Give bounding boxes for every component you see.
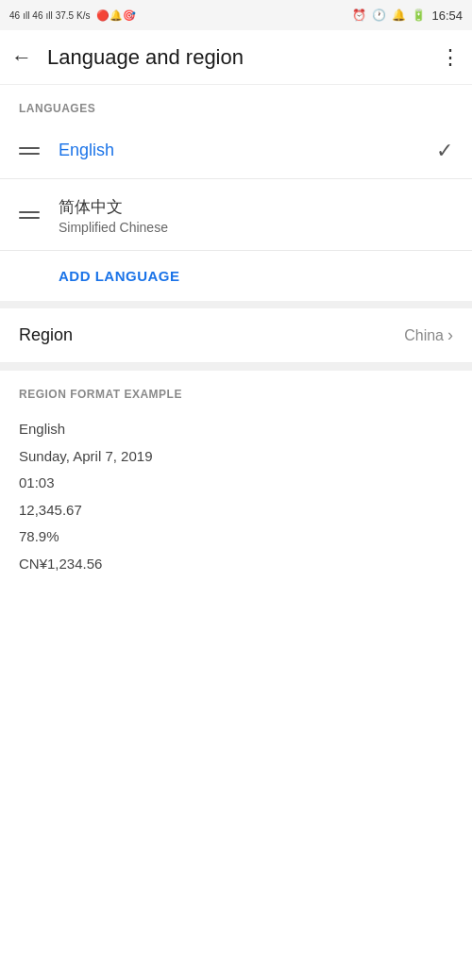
format-line-2: 01:03: [19, 470, 453, 497]
language-text-english: English: [59, 141, 436, 160]
more-options-button[interactable]: ⋮: [440, 47, 461, 68]
signal-icon-1: 46: [9, 10, 20, 21]
format-line-0: English: [19, 416, 453, 443]
drag-line-1: [19, 147, 40, 149]
clock-icon: 🕐: [372, 8, 386, 22]
region-label: Region: [19, 325, 404, 345]
selected-check-icon: ✓: [436, 139, 453, 163]
alarm-icon: ⏰: [352, 8, 366, 22]
languages-section: LANGUAGES English ✓ 简体中文 Simplified Chin…: [0, 85, 472, 301]
format-line-3: 12,345.67: [19, 497, 453, 524]
add-language-label: ADD LANGUAGE: [19, 268, 180, 284]
drag-line-3: [19, 211, 40, 213]
languages-section-label: LANGUAGES: [0, 85, 472, 123]
back-button[interactable]: ←: [11, 47, 32, 68]
battery-icon: 🔋: [412, 8, 426, 22]
section-divider-1: [0, 301, 472, 308]
format-line-1: Sunday, April 7, 2019: [19, 443, 453, 471]
language-subname-chinese: Simplified Chinese: [59, 220, 453, 235]
data-speed: 37.5 K/s: [56, 10, 91, 21]
signal-bars-2: ıll: [45, 10, 52, 21]
format-line-5: CN¥1,234.56: [19, 551, 453, 578]
format-examples: English Sunday, April 7, 2019 01:03 12,3…: [19, 416, 453, 596]
drag-handle-english[interactable]: [19, 147, 40, 155]
sound-icon: 🔔: [392, 8, 406, 22]
status-bar: 46 ıll 46 ıll 37.5 K/s 🔴🔔🎯 ⏰ 🕐 🔔 🔋 16:54: [0, 0, 472, 30]
language-item-english[interactable]: English ✓: [0, 123, 472, 179]
drag-line-4: [19, 217, 40, 219]
language-name-chinese: 简体中文: [59, 196, 453, 218]
section-divider-2: [0, 363, 472, 371]
drag-handle-chinese[interactable]: [19, 211, 40, 219]
language-text-chinese: 简体中文 Simplified Chinese: [59, 194, 453, 235]
region-chevron-icon: ›: [447, 325, 453, 345]
region-row[interactable]: Region China ›: [0, 308, 472, 363]
notification-icons: 🔴🔔🎯: [96, 9, 136, 22]
region-format-section-label: REGION FORMAT EXAMPLE: [19, 388, 453, 401]
format-line-4: 78.9%: [19, 523, 453, 551]
drag-line-2: [19, 153, 40, 155]
page-title: Language and region: [47, 45, 440, 70]
time-display: 16:54: [431, 8, 463, 23]
language-name-english: English: [59, 141, 436, 160]
status-left: 46 ıll 46 ıll 37.5 K/s 🔴🔔🎯: [9, 9, 136, 22]
region-format-section: REGION FORMAT EXAMPLE English Sunday, Ap…: [0, 371, 472, 596]
language-item-chinese[interactable]: 简体中文 Simplified Chinese: [0, 179, 472, 251]
region-value: China: [404, 327, 444, 344]
add-language-button[interactable]: ADD LANGUAGE: [0, 251, 472, 301]
signal-bars-1: ıll: [23, 10, 29, 21]
app-bar: ← Language and region ⋮: [0, 30, 472, 85]
status-right: ⏰ 🕐 🔔 🔋 16:54: [352, 8, 463, 23]
signal-icon-2: 46: [32, 10, 42, 21]
